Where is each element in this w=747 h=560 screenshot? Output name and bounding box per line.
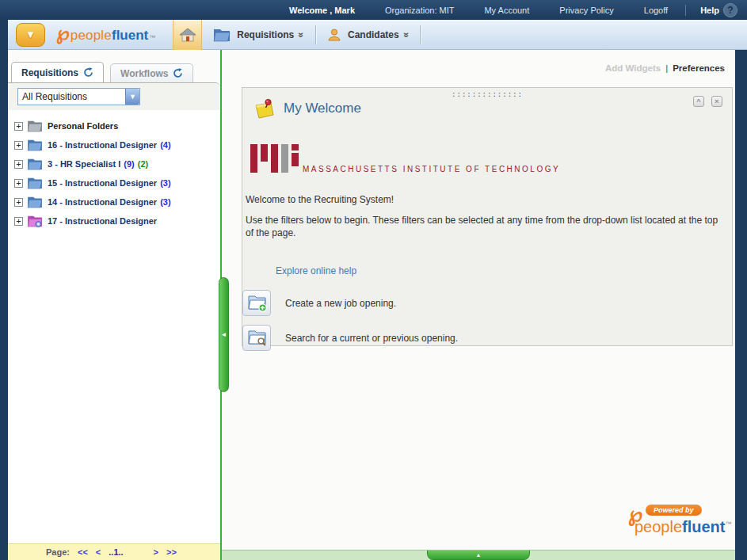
requisitions-panel: All Requisitions ▼ + Personal Folders: [8, 82, 220, 543]
pager-next-link[interactable]: >: [154, 547, 158, 557]
new-count-badge: (2): [138, 159, 148, 169]
open-count-badge: (4): [160, 140, 170, 150]
tab-workflows-label: Workflows: [120, 68, 168, 79]
right-frame-strip: [735, 48, 747, 560]
brand-people-text: people: [71, 28, 112, 44]
widget-drag-handle[interactable]: ::::::::::::::: [242, 90, 732, 98]
top-utility-bar: Welcome , Mark Organization: MIT My Acco…: [0, 0, 747, 20]
tab-requisitions[interactable]: Requisitions: [11, 62, 104, 82]
tree-item-label: 3 - HR Specialist I: [48, 159, 120, 169]
widget-controls: ^ ×: [686, 96, 722, 107]
powered-by-tag: Powered by: [646, 505, 702, 516]
tree-item-requisition-17[interactable]: + 17 - Instructional Designer: [14, 211, 220, 230]
tab-workflows[interactable]: Workflows: [110, 63, 193, 82]
expand-icon[interactable]: +: [14, 160, 23, 169]
requisition-filter-select[interactable]: All Requisitions ▼: [17, 88, 140, 105]
pager-bar: Page: << < ..1.. > >>: [8, 543, 220, 560]
mit-logo-bar: [292, 144, 299, 150]
pager-last-link[interactable]: >>: [166, 547, 177, 557]
folder-tree: + Personal Folders +: [8, 110, 220, 230]
brand-fluent-text: fluent: [112, 28, 148, 44]
instructions-text: Use the filters below to begin. These fi…: [246, 214, 719, 239]
select-arrow-icon[interactable]: ▼: [125, 89, 139, 105]
sticky-note-pin-icon: [253, 97, 276, 119]
create-job-opening-label: Create a new job opening.: [285, 298, 396, 309]
mit-logo: [250, 144, 302, 173]
chevron-down-icon: »: [298, 32, 306, 37]
filter-header: All Requisitions ▼: [8, 83, 220, 110]
expand-icon[interactable]: +: [14, 122, 23, 131]
pink-gear-folder-icon: [27, 215, 43, 227]
peoplefluent-mark-icon: ℘: [56, 25, 70, 41]
mit-logo-bar: [281, 144, 288, 173]
widget-title: My Welcome: [284, 101, 361, 116]
welcome-message: Welcome to the Recruiting System!: [246, 194, 394, 205]
bottom-panel-strip: ▲: [222, 550, 735, 560]
welcome-user-text: Welcome , Mark: [289, 6, 355, 15]
requisitions-folder-icon: [213, 28, 231, 42]
left-panel: Requisitions Workflows: [8, 50, 220, 560]
my-account-link[interactable]: My Account: [484, 6, 529, 15]
filter-selected-value: All Requisitions: [18, 91, 125, 102]
pager-label: Page:: [46, 547, 70, 557]
create-job-opening-button[interactable]: [242, 290, 271, 316]
menu-requisitions[interactable]: Requisitions »: [202, 20, 315, 50]
refresh-icon[interactable]: [83, 67, 93, 78]
mit-logo-bar: [261, 144, 268, 162]
candidates-person-icon: [327, 28, 341, 42]
preferences-link[interactable]: Preferences: [673, 63, 725, 73]
expand-icon[interactable]: +: [14, 141, 23, 150]
tree-item-label: 15 - Instructional Designer: [48, 178, 157, 188]
brand-fluent-text: fluent: [682, 518, 725, 535]
dashboard-header: Add Widgets | Preferences: [605, 63, 725, 73]
widget-minimize-button[interactable]: ^: [693, 96, 704, 107]
gray-folder-icon: [27, 120, 43, 132]
expand-icon[interactable]: +: [14, 179, 23, 188]
mit-logo-t-column: [292, 144, 302, 166]
help-icon[interactable]: ?: [723, 3, 737, 17]
pager-first-link[interactable]: <<: [78, 547, 88, 557]
add-widgets-link: Add Widgets: [605, 63, 661, 73]
logoff-link[interactable]: Logoff: [644, 6, 668, 15]
mit-logo-bar: [271, 144, 278, 173]
widget-close-button[interactable]: ×: [711, 96, 722, 107]
tree-item-requisition-16[interactable]: + 16 - Instructional Designer (4): [14, 135, 220, 154]
blue-folder-icon: [27, 196, 43, 208]
privacy-policy-link[interactable]: Privacy Policy: [559, 6, 613, 15]
powered-by-logo: ℘ Powered by peoplefluent™: [628, 501, 734, 542]
toolbar-collapse-button[interactable]: ▼: [16, 23, 45, 47]
search-opening-label: Search for a current or previous opening…: [285, 333, 458, 344]
tree-item-label: Personal Folders: [48, 121, 118, 131]
panel-collapse-handle[interactable]: ◄: [219, 277, 229, 392]
tree-item-requisition-14[interactable]: + 14 - Instructional Designer (3): [14, 192, 220, 211]
my-welcome-widget: :::::::::::::: ^ × My Welcome: [242, 87, 733, 346]
open-count-badge: (3): [160, 197, 170, 207]
blue-folder-icon: [27, 158, 43, 170]
tree-item-requisition-15[interactable]: + 15 - Instructional Designer (3): [14, 173, 220, 192]
tree-item-personal-folders[interactable]: + Personal Folders: [14, 116, 220, 135]
collapse-left-icon: ◄: [221, 332, 227, 338]
tree-item-requisition-3[interactable]: + 3 - HR Specialist I (9) (2): [14, 154, 220, 173]
expand-icon[interactable]: +: [14, 198, 23, 207]
home-button[interactable]: [173, 20, 202, 50]
help-label: Help: [700, 6, 719, 15]
chevron-down-icon: »: [402, 32, 410, 37]
open-count-badge: (3): [160, 178, 170, 188]
refresh-icon[interactable]: [173, 68, 183, 78]
topbar-divider: [685, 5, 686, 16]
help-link[interactable]: Help ?: [700, 3, 737, 17]
explore-online-help-link[interactable]: Explore online help: [276, 265, 356, 276]
menu-requisitions-label: Requisitions: [237, 29, 294, 40]
collapse-up-icon: ▲: [476, 552, 482, 558]
expand-icon[interactable]: +: [14, 217, 23, 226]
create-opening-row: Create a new job opening.: [242, 290, 396, 316]
pager-prev-link[interactable]: <: [96, 547, 101, 557]
bottom-panel-collapse-handle[interactable]: ▲: [427, 550, 530, 560]
application-window: Welcome , Mark Organization: MIT My Acco…: [0, 0, 747, 560]
search-opening-row: Search for a current or previous opening…: [242, 325, 458, 351]
search-opening-button[interactable]: [242, 325, 271, 351]
main-toolbar: ▼ ℘ people fluent ™ R: [8, 20, 747, 50]
peoplefluent-logo: ℘ people fluent ™: [56, 25, 155, 44]
menu-candidates[interactable]: Candidates »: [316, 20, 420, 50]
organization-text: Organization: MIT: [385, 6, 454, 15]
